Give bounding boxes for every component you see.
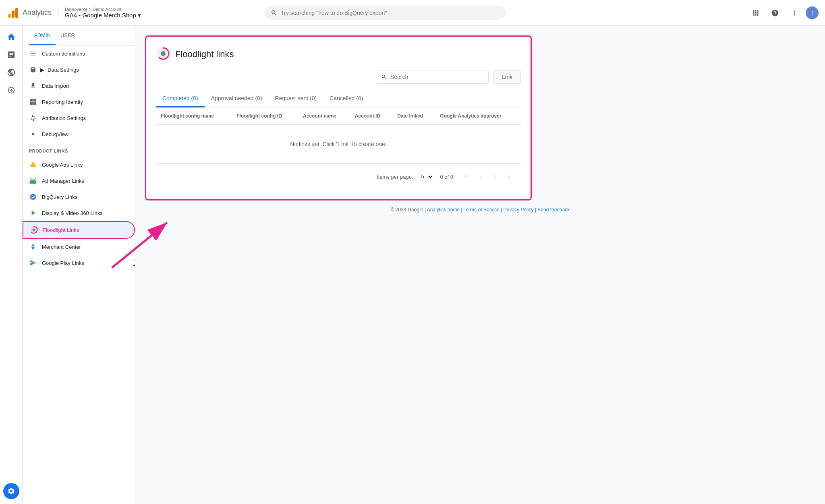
attribution-settings-icon [29, 114, 37, 122]
custom-definitions-label: Custom definitions [42, 51, 85, 57]
link-button[interactable]: Link [493, 70, 521, 84]
tab-user[interactable]: USER [56, 26, 80, 45]
rail-explore-icon[interactable] [3, 64, 19, 81]
account-info: Demoverse > Demo Account GA4 - Google Me… [65, 7, 141, 19]
nav-divider [58, 6, 58, 19]
tab-completed[interactable]: Completed (0) [156, 90, 205, 107]
privacy-link[interactable]: Privacy Policy [504, 207, 534, 213]
google-ads-label: Google Ads Links [42, 162, 83, 168]
svg-rect-7 [33, 102, 36, 105]
global-search-input[interactable] [281, 10, 500, 16]
tab-request-sent[interactable]: Request sent (0) [269, 90, 323, 107]
floodlight-label: Floodlight Links [43, 227, 79, 233]
col-config-id: Floodlight config ID [232, 107, 298, 125]
ad-manager-label: Ad Manager Links [42, 178, 84, 184]
sidebar-item-ad-manager[interactable]: Ad Manager Links [23, 173, 135, 189]
items-per-page-select[interactable]: 5 10 25 [419, 173, 433, 180]
col-config-name: Floodlight config name [156, 107, 232, 125]
prev-page-button[interactable] [474, 170, 487, 183]
sidebar: ADMIN USER Custom definitions ▶ Data Set… [23, 26, 135, 504]
tab-approval-needed[interactable]: Approval needed (0) [205, 90, 269, 107]
empty-message: No links yet. Click "Link" to create one… [156, 125, 521, 164]
more-options-button[interactable] [786, 5, 802, 21]
display-video-label: Display & Video 360 Links [42, 210, 103, 216]
floodlight-icon [30, 226, 38, 234]
reporting-identity-icon [29, 98, 37, 106]
nav-actions: T [748, 5, 819, 21]
apps-grid-button[interactable] [748, 5, 764, 21]
floodlight-search-box[interactable] [376, 70, 489, 84]
floodlight-header: Floodlight links [156, 46, 521, 62]
rail-advertising-icon[interactable] [3, 82, 19, 98]
floodlight-search-icon [381, 74, 387, 80]
svg-point-8 [32, 133, 34, 135]
analytics-home-link[interactable]: Analytics home [427, 207, 460, 213]
tab-admin[interactable]: ADMIN [29, 26, 56, 45]
sidebar-item-attribution-settings[interactable]: Attribution Settings [23, 110, 135, 126]
sidebar-item-data-settings[interactable]: ▶ Data Settings [23, 62, 135, 78]
col-account-id: Account ID [350, 107, 392, 125]
first-page-button[interactable] [460, 170, 473, 183]
col-approver: Google Analytics approver [435, 107, 521, 125]
pagination-count: 0 of 0 [440, 174, 453, 180]
custom-definitions-icon [29, 50, 37, 58]
sidebar-item-debugview[interactable]: DebugView [23, 126, 135, 142]
footer: © 2023 Google | Analytics home | Terms o… [145, 200, 815, 219]
icon-rail [0, 26, 23, 504]
sidebar-item-floodlight[interactable]: Floodlight Links [23, 221, 135, 239]
svg-rect-1 [12, 10, 15, 18]
global-search-bar[interactable] [264, 6, 506, 20]
top-navigation: Analytics Demoverse > Demo Account GA4 -… [0, 0, 825, 26]
rail-home-icon[interactable] [3, 29, 19, 45]
svg-rect-5 [33, 99, 36, 102]
account-name-selector[interactable]: GA4 - Google Merch Shop ▾ [65, 12, 141, 19]
tab-cancelled[interactable]: Cancelled (0) [323, 90, 369, 107]
rail-reports-icon[interactable] [3, 47, 19, 63]
bigquery-icon [29, 193, 37, 201]
help-button[interactable] [767, 5, 783, 21]
data-import-label: Data Import [42, 83, 69, 89]
sidebar-item-data-import[interactable]: Data Import [23, 78, 135, 94]
rail-bottom-section [3, 483, 19, 499]
merchant-center-label: Merchant Center [42, 244, 81, 250]
col-account-name: Account name [298, 107, 350, 125]
svg-marker-9 [30, 161, 37, 167]
pagination-buttons [460, 170, 516, 183]
logo-area: Analytics [6, 6, 52, 19]
tos-link[interactable]: Terms of Service [464, 207, 500, 213]
svg-point-15 [161, 51, 166, 56]
merchant-center-icon [29, 243, 37, 251]
admin-settings-button[interactable] [3, 483, 19, 499]
table-header: Floodlight config name Floodlight config… [156, 107, 521, 125]
breadcrumb: Demoverse > Demo Account [65, 7, 141, 12]
floodlight-tabs: Completed (0) Approval needed (0) Reques… [156, 90, 521, 107]
table-body: No links yet. Click "Link" to create one… [156, 125, 521, 164]
last-page-button[interactable] [503, 170, 516, 183]
svg-point-11 [30, 194, 36, 200]
feedback-link[interactable]: Send feedback [537, 207, 570, 213]
search-icon [271, 9, 278, 17]
debugview-icon [29, 130, 37, 138]
sidebar-tabs: ADMIN USER [23, 26, 135, 45]
sidebar-item-custom-definitions[interactable]: Custom definitions [23, 45, 135, 62]
data-settings-label: Data Settings [48, 67, 79, 73]
sidebar-item-google-play[interactable]: Google Play Links [23, 255, 135, 271]
sidebar-item-google-ads[interactable]: Google Ads Links [23, 157, 135, 173]
google-play-icon [29, 259, 37, 267]
product-links-section-label: PRODUCT LINKS [23, 142, 135, 157]
user-avatar[interactable]: T [806, 6, 819, 19]
reporting-identity-label: Reporting Identity [42, 99, 83, 105]
google-play-label: Google Play Links [42, 260, 84, 266]
data-import-icon [29, 82, 37, 90]
empty-state-row: No links yet. Click "Link" to create one… [156, 125, 521, 164]
sidebar-item-bigquery[interactable]: BigQuery Links [23, 189, 135, 205]
floodlight-table: Floodlight config name Floodlight config… [156, 107, 521, 163]
sidebar-item-merchant-center[interactable]: Merchant Center [23, 239, 135, 255]
sidebar-item-reporting-identity[interactable]: Reporting Identity [23, 94, 135, 110]
sidebar-item-display-video[interactable]: Display & Video 360 Links [23, 205, 135, 221]
next-page-button[interactable] [489, 170, 502, 183]
google-ads-icon [29, 161, 37, 169]
floodlight-search-input[interactable] [390, 74, 483, 80]
analytics-logo-icon [6, 6, 19, 19]
floodlight-toolbar: Link [156, 70, 521, 84]
